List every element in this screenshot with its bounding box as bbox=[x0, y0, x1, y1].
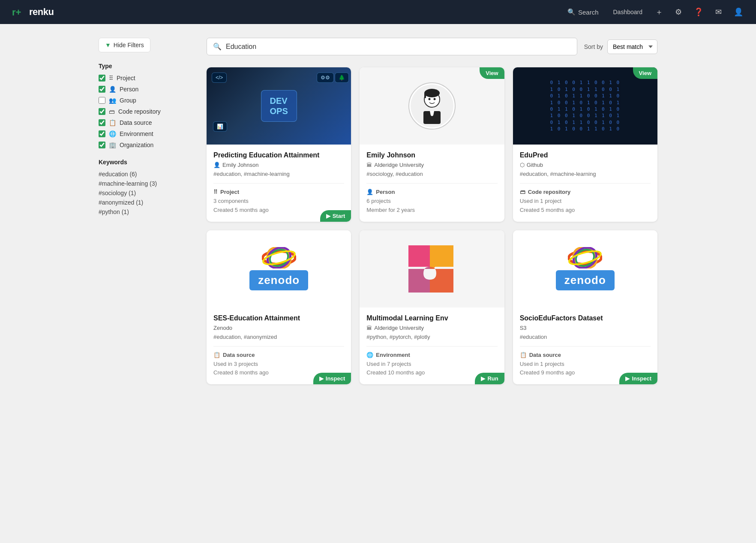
card1-action-label: Start bbox=[333, 213, 345, 219]
filter-group[interactable]: 👥 Group bbox=[99, 97, 193, 104]
hide-filters-label: Hide Filters bbox=[114, 42, 144, 48]
card3-subtitle: ⬡ Github bbox=[520, 162, 651, 168]
nav-settings-icon[interactable]: ⚙ bbox=[672, 6, 684, 18]
cards-grid: </> ⚙⚙ 🌲 DEVOPS 📊 Predicting Education A… bbox=[207, 67, 657, 384]
card2-action-button[interactable]: View bbox=[480, 67, 504, 79]
float-icon-3: 🌲 bbox=[335, 72, 349, 83]
filter-project-checkbox[interactable] bbox=[99, 75, 105, 81]
card5-divider bbox=[366, 346, 497, 347]
filter-environment[interactable]: 🌐 Environment bbox=[99, 130, 193, 137]
filter-code-repo-checkbox[interactable] bbox=[99, 108, 105, 115]
card5-action-button[interactable]: ▶ Run bbox=[475, 373, 504, 384]
card5-subtitle-text: Alderidge University bbox=[374, 325, 424, 331]
float-icon-1: </> bbox=[212, 72, 227, 83]
card5-type-label: Environment bbox=[376, 352, 410, 358]
card1-type-label: Project bbox=[220, 189, 239, 195]
card1-subtitle-icon: 👤 bbox=[213, 162, 220, 168]
card1-meta1: 3 components bbox=[213, 197, 344, 206]
card-emily-johnson: View Emily Johnson 🏛 Alderidge Universit… bbox=[360, 67, 504, 222]
card2-divider bbox=[366, 183, 497, 184]
filter-person-checkbox[interactable] bbox=[99, 86, 105, 93]
card1-action-icon: ▶ bbox=[326, 213, 330, 219]
hide-filters-button[interactable]: ▼ Hide Filters bbox=[99, 38, 150, 52]
card3-meta1: Used in 1 project bbox=[520, 197, 651, 206]
card1-action-button[interactable]: ▶ Start bbox=[320, 210, 351, 222]
filter-person[interactable]: 👤 Person bbox=[99, 86, 193, 93]
filter-group-checkbox[interactable] bbox=[99, 97, 105, 104]
card6-subtitle-text: S3 bbox=[520, 325, 527, 331]
card-predicting-education: </> ⚙⚙ 🌲 DEVOPS 📊 Predicting Education A… bbox=[207, 67, 351, 222]
puzzle-svg bbox=[404, 241, 460, 297]
keyword-machine-learning[interactable]: #machine-learning (3) bbox=[99, 180, 193, 187]
search-icon: 🔍 bbox=[213, 42, 222, 51]
card2-tags: #sociology, #education bbox=[366, 171, 497, 177]
nav-search-button[interactable]: 🔍 Search bbox=[563, 6, 603, 18]
filter-data-source-checkbox[interactable] bbox=[99, 119, 105, 126]
keyword-sociology[interactable]: #sociology (1) bbox=[99, 190, 193, 196]
svg-point-4 bbox=[424, 89, 440, 97]
card6-tags: #education bbox=[520, 334, 651, 340]
content-area: 🔍 Sort by Best match Newest Oldest </> ⚙… bbox=[207, 38, 657, 384]
nav-user-icon[interactable]: 👤 bbox=[731, 6, 746, 18]
card6-action-button[interactable]: ▶ Inspect bbox=[619, 373, 657, 384]
card6-image: zenodo bbox=[513, 230, 657, 308]
card4-action-label: Inspect bbox=[326, 375, 345, 382]
card4-divider bbox=[213, 346, 344, 347]
card-multimodal: Multimodal Learning Env 🏛 Alderidge Univ… bbox=[360, 230, 504, 385]
svg-text:r+: r+ bbox=[12, 7, 21, 18]
filter-icon: ▼ bbox=[105, 42, 111, 48]
nav-notifications-icon[interactable]: ✉ bbox=[713, 6, 724, 18]
card2-body: Emily Johnson 🏛 Alderidge University #so… bbox=[360, 145, 504, 222]
search-input[interactable] bbox=[226, 43, 571, 51]
card4-subtitle: Zenodo bbox=[213, 325, 344, 331]
type-section-title: Type bbox=[99, 63, 193, 69]
zenodo-rings-svg bbox=[262, 247, 296, 268]
filter-data-source[interactable]: 📋 Data source bbox=[99, 119, 193, 126]
card3-action-button[interactable]: View bbox=[633, 67, 657, 79]
devops-center: DEVOPS bbox=[261, 90, 297, 122]
keyword-python[interactable]: #python (1) bbox=[99, 208, 193, 215]
search-input-wrapper: 🔍 bbox=[207, 38, 577, 55]
filter-code-repo-label: Code repository bbox=[118, 108, 161, 115]
card4-action-icon: ▶ bbox=[319, 375, 324, 382]
card2-meta2: Member for 2 years bbox=[366, 206, 497, 215]
main-container: ▼ Hide Filters Type ⠿ Project 👤 Person 👥… bbox=[78, 24, 678, 398]
card2-type-label: Person bbox=[376, 189, 395, 195]
matrix-text: 0 1 0 0 1 1 0 0 1 0 1 0 1 0 0 1 1 0 0 1 … bbox=[550, 79, 620, 132]
card2-image bbox=[360, 67, 504, 145]
keyword-education[interactable]: #education (6) bbox=[99, 171, 193, 178]
filter-organization[interactable]: 🏢 Organization bbox=[99, 142, 193, 148]
card5-action-icon: ▶ bbox=[481, 375, 485, 382]
filter-organization-label: Organization bbox=[120, 142, 153, 148]
card5-subtitle-icon: 🏛 bbox=[366, 325, 372, 331]
filter-project[interactable]: ⠿ Project bbox=[99, 75, 193, 81]
card5-action-label: Run bbox=[487, 375, 498, 382]
nav-plus-icon[interactable]: ＋ bbox=[653, 5, 666, 19]
card4-action-button[interactable]: ▶ Inspect bbox=[313, 373, 351, 384]
zenodo-badge-text: zenodo bbox=[249, 270, 308, 290]
sort-area: Sort by Best match Newest Oldest bbox=[584, 39, 657, 54]
filter-code-repo-icon: 🗃 bbox=[109, 108, 115, 115]
logo-text: renku bbox=[29, 6, 54, 18]
sort-select[interactable]: Best match Newest Oldest bbox=[607, 39, 657, 54]
svg-point-7 bbox=[433, 98, 435, 100]
card2-type-icon: 👤 bbox=[366, 189, 373, 195]
nav-dashboard-link[interactable]: Dashboard bbox=[610, 6, 646, 18]
keyword-anonymized[interactable]: #anonymized (1) bbox=[99, 199, 193, 206]
card2-meta: 6 projects Member for 2 years bbox=[366, 197, 497, 215]
card2-meta1: 6 projects bbox=[366, 197, 497, 206]
filter-environment-checkbox[interactable] bbox=[99, 130, 105, 137]
nav-help-icon[interactable]: ❓ bbox=[691, 6, 706, 18]
card6-action-label: Inspect bbox=[632, 375, 651, 382]
svg-rect-5 bbox=[424, 93, 426, 98]
search-bar-row: 🔍 Sort by Best match Newest Oldest bbox=[207, 38, 657, 55]
card4-image: zenodo bbox=[207, 230, 351, 308]
filter-code-repo[interactable]: 🗃 Code repository bbox=[99, 108, 193, 115]
card2-action-label: View bbox=[486, 70, 498, 76]
filter-data-source-label: Data source bbox=[120, 119, 152, 126]
card3-tags: #education, #machine-learning bbox=[520, 171, 651, 177]
card1-title: Predicting Education Attainment bbox=[213, 151, 344, 159]
renku-logo-icon: r+ bbox=[10, 4, 26, 20]
filter-organization-checkbox[interactable] bbox=[99, 142, 105, 148]
card3-meta: Used in 1 project Created 5 months ago bbox=[520, 197, 651, 215]
